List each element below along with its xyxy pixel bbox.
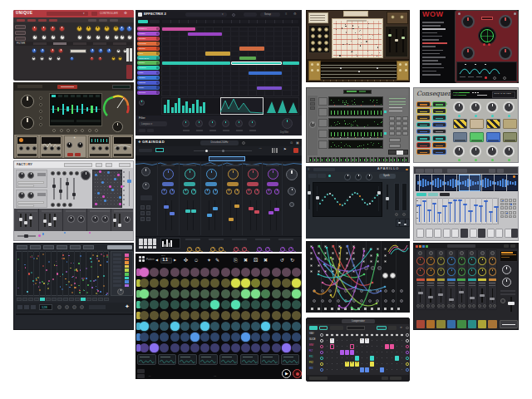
matrix-point[interactable] <box>114 204 115 204</box>
matrix-point[interactable] <box>114 193 115 194</box>
drive-knob[interactable] <box>112 121 123 132</box>
mod-knob[interactable] <box>242 247 247 252</box>
matrix-point[interactable] <box>117 204 118 204</box>
out-slider[interactable] <box>118 224 121 227</box>
row-knob[interactable] <box>320 345 323 348</box>
matrix-point[interactable] <box>117 179 118 180</box>
step-dot[interactable] <box>362 346 362 347</box>
step-circle[interactable] <box>292 343 301 352</box>
record-pad[interactable] <box>139 242 143 245</box>
note-dot[interactable] <box>86 278 87 279</box>
step-circle[interactable] <box>282 343 291 352</box>
tone-slider[interactable] <box>395 39 398 42</box>
panel-button[interactable] <box>396 131 401 135</box>
chord-button[interactable] <box>416 122 431 128</box>
matrix-point[interactable] <box>95 193 96 194</box>
pitch-pin[interactable] <box>427 209 431 211</box>
channel-fader[interactable] <box>418 292 423 294</box>
mix-lock-button[interactable] <box>244 12 257 17</box>
step-dot[interactable] <box>342 363 342 364</box>
matrix-point[interactable] <box>95 182 96 183</box>
step-dot[interactable] <box>367 357 367 358</box>
step-dot[interactable] <box>377 363 377 364</box>
step-dot[interactable] <box>352 357 352 358</box>
matrix-row-button[interactable] <box>123 171 125 173</box>
step-dot[interactable] <box>392 357 392 358</box>
note-dot[interactable] <box>66 271 67 273</box>
step-circle[interactable] <box>160 278 169 288</box>
matrix-point[interactable] <box>117 197 118 198</box>
matrix-row-button[interactable] <box>123 190 125 191</box>
trim-knob[interactable] <box>60 129 63 132</box>
mode-pill[interactable] <box>440 193 450 196</box>
send-knob[interactable] <box>431 304 435 308</box>
step-cell-active[interactable]: S <box>345 362 349 367</box>
matrix-point[interactable] <box>95 200 96 201</box>
step-dot[interactable] <box>367 346 367 347</box>
row-label-block[interactable] <box>318 119 328 127</box>
panel-button[interactable] <box>389 126 395 131</box>
step-circle[interactable] <box>221 268 230 277</box>
step-circle[interactable] <box>261 311 270 320</box>
row-label-block[interactable] <box>318 108 328 116</box>
step-dot[interactable] <box>377 352 377 352</box>
menu-button[interactable] <box>119 163 131 167</box>
channel-fader[interactable] <box>490 298 495 300</box>
param-row[interactable] <box>113 273 121 275</box>
send-knob[interactable] <box>462 304 466 308</box>
note-dot[interactable] <box>97 276 99 278</box>
module-knob[interactable] <box>32 146 37 150</box>
module-knob[interactable] <box>19 146 23 150</box>
env-knob[interactable] <box>98 48 103 53</box>
vowel-knob[interactable] <box>461 15 475 28</box>
step-dot[interactable] <box>392 340 392 341</box>
osc-dropdown[interactable] <box>17 181 44 184</box>
pitch-pin[interactable] <box>448 202 452 204</box>
mixer-fader[interactable] <box>52 185 56 188</box>
seq-block[interactable] <box>162 62 230 65</box>
mini-knob[interactable] <box>72 305 76 309</box>
step-circle[interactable] <box>282 322 291 331</box>
matrix-point[interactable] <box>107 190 108 190</box>
mini-knob[interactable] <box>65 305 69 309</box>
step-circle[interactable] <box>200 322 209 331</box>
top-knob[interactable] <box>470 101 481 113</box>
redo-icon[interactable]: ↻ <box>290 258 294 263</box>
step-circle[interactable] <box>200 343 209 352</box>
step-dot[interactable] <box>342 340 342 341</box>
util-button[interactable] <box>139 129 145 132</box>
matrix-point[interactable] <box>101 190 101 190</box>
step-circle[interactable] <box>282 289 291 298</box>
param-row[interactable] <box>113 277 121 279</box>
chord-button[interactable] <box>416 142 431 148</box>
tuning-peg[interactable] <box>399 63 401 66</box>
step-circle[interactable] <box>251 343 260 352</box>
module-knob[interactable] <box>66 142 72 148</box>
sample-slot[interactable] <box>178 354 197 365</box>
note-dot[interactable] <box>96 258 98 259</box>
module-knob[interactable] <box>43 146 47 150</box>
menu-icon[interactable]: ≡ <box>308 168 309 171</box>
mod-knob[interactable] <box>195 247 200 252</box>
footer-button[interactable] <box>390 377 401 380</box>
step-circle[interactable] <box>231 268 240 277</box>
step-circle[interactable] <box>190 268 200 277</box>
fx-knob[interactable] <box>101 215 109 223</box>
step-pad[interactable] <box>416 229 424 238</box>
row-knob[interactable] <box>320 368 323 372</box>
mod-knob[interactable] <box>187 247 192 252</box>
preset-dropdown[interactable] <box>347 326 365 330</box>
gear-icon[interactable]: ⚙ <box>124 12 127 16</box>
osc-knob[interactable] <box>18 172 25 179</box>
matrix-row-button[interactable] <box>123 176 125 178</box>
tuning-peg[interactable] <box>311 63 313 66</box>
mini-knob[interactable] <box>406 327 409 330</box>
seq-block[interactable] <box>188 32 221 36</box>
filter-knob[interactable] <box>40 48 45 53</box>
panel-button[interactable] <box>396 121 401 126</box>
module-knob[interactable] <box>105 146 109 150</box>
header-button[interactable] <box>489 169 495 173</box>
step-circle[interactable] <box>200 278 209 288</box>
on-button[interactable] <box>309 326 318 330</box>
matrix-point[interactable] <box>104 172 105 173</box>
